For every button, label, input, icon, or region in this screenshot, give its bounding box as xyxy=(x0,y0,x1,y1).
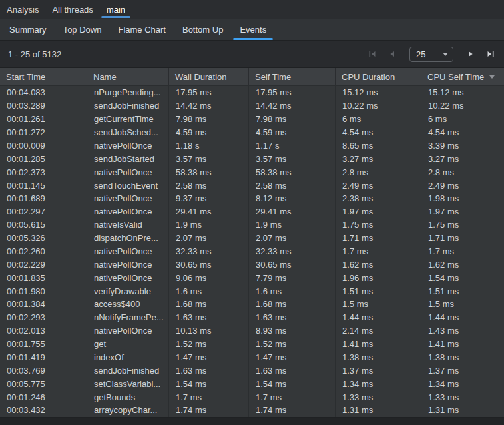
table-row[interactable]: 00:02.297nativePollOnce29.41 ms29.41 ms1… xyxy=(0,205,504,218)
table-row[interactable]: 00:01.419indexOf1.47 ms1.47 ms1.38 ms1.3… xyxy=(0,351,504,364)
tab-events[interactable]: Events xyxy=(232,19,274,40)
last-page-button[interactable] xyxy=(485,49,496,59)
table-row[interactable]: 00:00.009nativePollOnce1.18 s1.17 s8.65 … xyxy=(0,139,504,153)
table-row[interactable]: 00:02.260nativePollOnce32.33 ms32.33 ms1… xyxy=(0,245,504,258)
cell-name: nativePollOnce xyxy=(87,165,168,179)
cell-wall-duration: 58.38 ms xyxy=(168,165,248,179)
cell-start-time: 00:05.326 xyxy=(0,232,87,245)
table-row[interactable]: 00:01.755get1.52 ms1.52 ms1.41 ms1.41 ms xyxy=(0,338,504,351)
cell-wall-duration: 1.7 ms xyxy=(168,390,248,404)
cell-cpu-duration: 6 ms xyxy=(335,113,421,126)
table-row[interactable]: 00:02.373nativePollOnce58.38 ms58.38 ms2… xyxy=(0,165,504,179)
table-row[interactable]: 00:01.980verifyDrawable1.6 ms1.6 ms1.51 … xyxy=(0,284,504,298)
cell-cpu-duration: 1.37 ms xyxy=(335,364,421,377)
cell-wall-duration: 30.65 ms xyxy=(168,258,248,271)
column-label: Self Time xyxy=(255,72,291,82)
cell-start-time: 00:01.980 xyxy=(0,284,87,298)
table-row[interactable]: 00:04.083nPurgePending...17.95 ms17.95 m… xyxy=(0,86,504,99)
cell-start-time: 00:01.835 xyxy=(0,271,87,284)
table-row[interactable]: 00:01.246getBounds1.7 ms1.7 ms1.33 ms1.3… xyxy=(0,390,504,404)
cell-name: sendJobStarted xyxy=(87,152,168,165)
cell-start-time: 00:01.755 xyxy=(0,338,87,351)
cell-wall-duration: 1.54 ms xyxy=(168,377,248,390)
cell-wall-duration: 9.06 ms xyxy=(168,271,248,284)
tab-top-down[interactable]: Top Down xyxy=(56,19,109,40)
tab-all-threads[interactable]: All threads xyxy=(45,0,99,19)
table-row[interactable]: 00:05.615nativeIsValid1.9 ms1.9 ms1.75 m… xyxy=(0,218,504,232)
cell-self-time: 1.6 ms xyxy=(248,284,335,298)
cell-wall-duration: 29.41 ms xyxy=(168,205,248,218)
column-label: Wall Duration xyxy=(175,72,227,82)
cell-cpu-duration: 1.62 ms xyxy=(335,258,421,271)
cell-wall-duration: 3.57 ms xyxy=(168,152,248,165)
table-row[interactable]: 00:02.013nativePollOnce10.13 ms8.93 ms2.… xyxy=(0,324,504,338)
cell-cpu-self-time: 1.54 ms xyxy=(421,271,504,284)
cell-name: dispatchOnPre... xyxy=(87,232,168,245)
page-size-value: 25 xyxy=(416,49,425,59)
column-header-name[interactable]: Name xyxy=(87,68,168,85)
column-header-wall-duration[interactable]: Wall Duration xyxy=(168,68,248,85)
cell-start-time: 00:04.083 xyxy=(0,86,87,99)
cell-cpu-self-time: 1.98 ms xyxy=(421,192,504,205)
previous-page-button[interactable] xyxy=(387,49,397,59)
table-body: 00:04.083nPurgePending...17.95 ms17.95 m… xyxy=(0,86,504,417)
cell-cpu-self-time: 3.39 ms xyxy=(421,139,504,153)
table-row[interactable]: 00:01.835nativePollOnce9.06 ms7.79 ms1.9… xyxy=(0,271,504,284)
cell-cpu-self-time: 1.71 ms xyxy=(421,232,504,245)
cell-name: getCurrentTime xyxy=(87,113,168,126)
events-table: Start Time Name Wall Duration Self Time … xyxy=(0,68,504,425)
table-row[interactable]: 00:01.145sendTouchEvent2.58 ms2.58 ms2.4… xyxy=(0,179,504,192)
table-row[interactable]: 00:01.689nativePollOnce9.37 ms8.12 ms2.3… xyxy=(0,192,504,205)
cell-name: sendJobFinished xyxy=(87,99,168,113)
column-header-start-time[interactable]: Start Time xyxy=(0,68,87,85)
cell-start-time: 00:05.615 xyxy=(0,218,87,232)
cell-name: get xyxy=(87,338,168,351)
cell-name: verifyDrawable xyxy=(87,284,168,298)
column-header-self-time[interactable]: Self Time xyxy=(248,68,335,85)
view-tab-bar: Summary Top Down Flame Chart Bottom Up E… xyxy=(0,19,504,41)
cell-wall-duration: 7.98 ms xyxy=(168,113,248,126)
table-row[interactable]: 00:03.289sendJobFinished14.42 ms14.42 ms… xyxy=(0,99,504,113)
next-page-button[interactable] xyxy=(465,49,476,59)
cell-self-time: 8.12 ms xyxy=(248,192,335,205)
table-row[interactable]: 00:03.432arraycopyChar...1.74 ms1.74 ms1… xyxy=(0,404,504,417)
sort-descending-icon xyxy=(489,75,495,79)
table-row[interactable]: 00:02.229nativePollOnce30.65 ms30.65 ms1… xyxy=(0,258,504,271)
cell-cpu-self-time: 1.43 ms xyxy=(421,324,504,338)
cell-cpu-duration: 1.5 ms xyxy=(335,298,421,311)
cell-cpu-self-time: 1.62 ms xyxy=(421,258,504,271)
cell-cpu-duration: 10.22 ms xyxy=(335,99,421,113)
cell-cpu-self-time: 1.75 ms xyxy=(421,218,504,232)
cell-cpu-self-time: 1.7 ms xyxy=(421,245,504,258)
tab-flame-chart[interactable]: Flame Chart xyxy=(111,19,173,40)
cell-wall-duration: 32.33 ms xyxy=(168,245,248,258)
cell-start-time: 00:02.260 xyxy=(0,245,87,258)
table-row[interactable]: 00:05.326dispatchOnPre...2.07 ms2.07 ms1… xyxy=(0,232,504,245)
table-row[interactable]: 00:01.261getCurrentTime7.98 ms7.98 ms6 m… xyxy=(0,113,504,126)
page-size-select[interactable]: 25 xyxy=(409,47,453,62)
tab-analysis[interactable]: Analysis xyxy=(0,0,45,19)
cell-cpu-self-time: 1.44 ms xyxy=(421,311,504,324)
first-page-button[interactable] xyxy=(367,49,378,59)
table-row[interactable]: 00:01.384access$4001.68 ms1.68 ms1.5 ms1… xyxy=(0,298,504,311)
table-row[interactable]: 00:03.769sendJobFinished1.63 ms1.63 ms1.… xyxy=(0,364,504,377)
tab-summary[interactable]: Summary xyxy=(2,19,54,40)
cell-name: nativeIsValid xyxy=(87,218,168,232)
bottom-strip xyxy=(0,417,504,425)
tab-bottom-up[interactable]: Bottom Up xyxy=(175,19,230,40)
table-row[interactable]: 00:02.293nNotifyFramePe...1.63 ms1.63 ms… xyxy=(0,311,504,324)
cell-self-time: 7.98 ms xyxy=(248,113,335,126)
cell-cpu-duration: 15.12 ms xyxy=(335,86,421,99)
column-header-cpu-duration[interactable]: CPU Duration xyxy=(335,68,421,85)
cell-start-time: 00:00.009 xyxy=(0,139,87,153)
cell-cpu-self-time: 1.37 ms xyxy=(421,364,504,377)
cell-self-time: 1.74 ms xyxy=(248,404,335,417)
cell-cpu-duration: 1.31 ms xyxy=(335,404,421,417)
cell-self-time: 8.93 ms xyxy=(248,324,335,338)
table-row[interactable]: 00:01.272sendJobSched...4.59 ms4.59 ms4.… xyxy=(0,126,504,139)
table-row[interactable]: 00:05.775setClassVariabl...1.54 ms1.54 m… xyxy=(0,377,504,390)
column-header-cpu-self-time[interactable]: CPU Self Time xyxy=(421,68,504,85)
tab-main[interactable]: main xyxy=(100,0,132,19)
cell-wall-duration: 1.63 ms xyxy=(168,311,248,324)
table-row[interactable]: 00:01.285sendJobStarted3.57 ms3.57 ms3.2… xyxy=(0,152,504,165)
